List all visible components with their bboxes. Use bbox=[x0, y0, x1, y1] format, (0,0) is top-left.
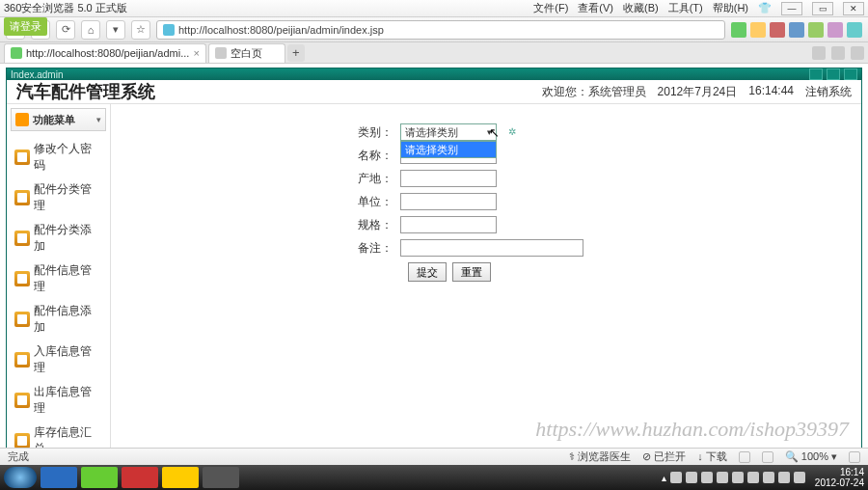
tab-label: http://localhost:8080/peijian/admi... bbox=[26, 47, 189, 59]
url-bar[interactable]: http://localhost:8080/peijian/admin/inde… bbox=[156, 20, 725, 40]
tab-menu-icon[interactable] bbox=[831, 46, 845, 60]
date-text: 2012年7月24日 bbox=[658, 84, 738, 100]
task-ie[interactable] bbox=[41, 467, 77, 488]
tray-icon[interactable] bbox=[701, 472, 713, 483]
status-block[interactable]: ⊘ 已拦开 bbox=[642, 449, 686, 464]
app-window: Index.admin 汽车配件管理系统 欢迎您：系统管理员 2012年7月24… bbox=[6, 68, 862, 449]
app-close-button[interactable] bbox=[844, 68, 857, 80]
task-app1[interactable] bbox=[122, 467, 158, 488]
tab-2[interactable]: 空白页 bbox=[208, 43, 285, 63]
item-icon bbox=[14, 150, 30, 165]
sidebar-item-category-add[interactable]: 配件分类添加 bbox=[11, 220, 106, 257]
welcome-text: 欢迎您：系统管理员 bbox=[542, 84, 646, 100]
time-text: 16:14:44 bbox=[748, 84, 794, 100]
tray-icon[interactable] bbox=[778, 472, 790, 483]
label-place: 产地： bbox=[121, 171, 400, 187]
ext-icon-1[interactable] bbox=[731, 22, 746, 38]
restore-tab-icon[interactable] bbox=[812, 46, 826, 60]
sidebar: 功能菜单 ▾ 修改个人密码 配件分类管理 配件分类添加 配件信息管理 配件信息添… bbox=[7, 104, 111, 490]
remark-input[interactable] bbox=[400, 239, 583, 257]
submit-button[interactable]: 提交 bbox=[408, 262, 447, 282]
favicon-icon bbox=[11, 47, 22, 59]
menu-view[interactable]: 查看(V) bbox=[578, 1, 613, 15]
sidebar-item-inbound[interactable]: 入库信息管理 bbox=[11, 341, 106, 378]
login-tag[interactable]: 请登录 bbox=[4, 17, 47, 36]
sidebar-item-password[interactable]: 修改个人密码 bbox=[11, 139, 106, 176]
task-explorer[interactable] bbox=[162, 467, 199, 488]
tray-icon[interactable] bbox=[717, 472, 728, 483]
site-icon bbox=[163, 24, 175, 36]
sidebar-list: 修改个人密码 配件分类管理 配件分类添加 配件信息管理 配件信息添加 入库信息管… bbox=[11, 139, 106, 490]
reload-button[interactable]: ⟳ bbox=[56, 20, 75, 40]
home-button[interactable]: ⌂ bbox=[81, 20, 100, 40]
tab-label: 空白页 bbox=[231, 46, 262, 61]
sidebar-header-label: 功能菜单 bbox=[33, 113, 75, 127]
star-button[interactable]: ☆ bbox=[131, 20, 150, 40]
menu-file[interactable]: 文件(F) bbox=[533, 1, 568, 15]
item-icon bbox=[14, 190, 30, 205]
logout-link[interactable]: 注销系统 bbox=[805, 84, 852, 100]
browser-tabbar: http://localhost:8080/peijian/admi... × … bbox=[0, 42, 868, 64]
minimize-button[interactable]: — bbox=[781, 2, 802, 15]
favicon-icon bbox=[215, 47, 227, 59]
status-mute-icon[interactable] bbox=[739, 451, 750, 463]
item-icon bbox=[14, 312, 30, 327]
stop-button[interactable]: ▾ bbox=[106, 20, 125, 40]
ext-icon-5[interactable] bbox=[808, 22, 824, 38]
tray-icon[interactable] bbox=[794, 472, 805, 483]
sidebar-header[interactable]: 功能菜单 ▾ bbox=[11, 108, 106, 131]
category-dropdown: 请选择类别 bbox=[400, 141, 497, 158]
sidebar-item-part-add[interactable]: 配件信息添加 bbox=[11, 301, 106, 338]
taskbar-clock[interactable]: 16:14 2012-07-24 bbox=[815, 467, 864, 488]
place-input[interactable] bbox=[400, 170, 497, 187]
category-select[interactable]: 请选择类别 ▾ bbox=[400, 123, 497, 141]
status-text: 完成 bbox=[8, 449, 29, 464]
tab-1[interactable]: http://localhost:8080/peijian/admi... × bbox=[4, 43, 206, 63]
menu-help[interactable]: 帮助(H) bbox=[713, 1, 748, 15]
unit-input[interactable] bbox=[400, 193, 497, 210]
spec-input[interactable] bbox=[400, 216, 497, 233]
ext-icon-6[interactable] bbox=[827, 22, 843, 38]
app-min-button[interactable] bbox=[809, 68, 823, 80]
close-all-icon[interactable] bbox=[851, 46, 864, 60]
tray-icon[interactable] bbox=[747, 472, 759, 483]
tray-icon[interactable] bbox=[686, 472, 697, 483]
toolbar-icons bbox=[731, 22, 862, 38]
skin-icon[interactable]: 👕 bbox=[758, 2, 772, 14]
label-category: 类别： bbox=[121, 124, 400, 141]
ext-icon-3[interactable] bbox=[770, 22, 785, 38]
ext-icon-7[interactable] bbox=[847, 22, 862, 38]
ext-icon-2[interactable] bbox=[750, 22, 766, 38]
sidebar-item-category-manage[interactable]: 配件分类管理 bbox=[11, 179, 106, 216]
sidebar-item-part-manage[interactable]: 配件信息管理 bbox=[11, 260, 106, 297]
maximize-button[interactable]: ▭ bbox=[812, 2, 833, 15]
status-zoom[interactable]: 🔍 100% ▾ bbox=[785, 450, 837, 463]
tray-icon[interactable] bbox=[763, 472, 774, 483]
tab-close-icon[interactable]: × bbox=[193, 47, 199, 59]
status-doctor[interactable]: ⚕ 浏览器医生 bbox=[569, 449, 631, 464]
sidebar-item-outbound[interactable]: 出库信息管理 bbox=[11, 382, 106, 419]
start-button[interactable] bbox=[4, 467, 37, 488]
status-expand-icon[interactable] bbox=[849, 451, 860, 463]
task-eclipse[interactable] bbox=[203, 467, 239, 488]
app-header: 汽车配件管理系统 欢迎您：系统管理员 2012年7月24日 16:14:44 注… bbox=[7, 80, 861, 104]
app-inner-titlebar: Index.admin bbox=[7, 68, 861, 80]
task-360[interactable] bbox=[81, 467, 118, 488]
tray-icon[interactable] bbox=[732, 472, 744, 483]
app-max-button[interactable] bbox=[827, 68, 840, 80]
tray-icon[interactable] bbox=[670, 472, 682, 483]
status-render-icon[interactable] bbox=[762, 451, 773, 463]
reset-button[interactable]: 重置 bbox=[452, 262, 491, 282]
browser-navbar: ◀ ▶ ⟳ ⌂ ▾ ☆ http://localhost:8080/peijia… bbox=[0, 17, 868, 42]
tray-up-icon[interactable]: ▴ bbox=[662, 473, 666, 483]
menu-tools[interactable]: 工具(T) bbox=[668, 1, 703, 15]
status-download[interactable]: ↓ 下载 bbox=[697, 449, 727, 464]
menu-fav[interactable]: 收藏(B) bbox=[623, 1, 659, 15]
main-panel: 类别： 请选择类别 ▾ ↖ ✲ 请选择类别 名称： 产地： bbox=[111, 104, 861, 490]
chevron-down-icon: ▾ bbox=[487, 127, 492, 137]
new-tab-button[interactable]: + bbox=[287, 44, 305, 62]
ext-icon-4[interactable] bbox=[789, 22, 804, 38]
browser-title: 360安全浏览器 5.0 正式版 bbox=[4, 1, 127, 15]
dropdown-option[interactable]: 请选择类别 bbox=[401, 142, 496, 157]
close-button[interactable]: ✕ bbox=[843, 2, 864, 15]
